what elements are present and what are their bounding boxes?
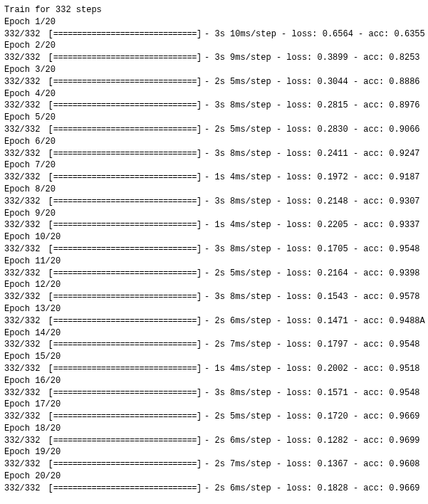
progress-bar: ============================== bbox=[53, 363, 197, 375]
epoch-progress-line: 332/332 [==============================]… bbox=[4, 339, 424, 351]
training-output: Train for 332 stepsEpoch 1/20332/332 [==… bbox=[4, 4, 424, 495]
progress-bracket-open: [ bbox=[43, 125, 53, 135]
epoch-progress-line: 332/332 [==============================]… bbox=[4, 52, 424, 64]
step-count: 332/332 bbox=[4, 100, 40, 112]
epoch-metrics: - 2s 6ms/step - loss: 0.1471 - acc: 0.94… bbox=[204, 315, 425, 327]
step-count: 332/332 bbox=[4, 315, 40, 327]
step-count: 332/332 bbox=[4, 28, 40, 41]
epoch-label: Epoch 11/20 bbox=[4, 256, 424, 268]
progress-bracket-open: [ bbox=[43, 411, 53, 421]
epoch-metrics: - 3s 8ms/step - loss: 0.1705 - acc: 0.95… bbox=[204, 243, 419, 256]
progress-bracket-close: ] bbox=[197, 53, 202, 63]
epoch-metrics: - 3s 10ms/step - loss: 0.6564 - acc: 0.6… bbox=[204, 28, 425, 41]
progress-bar: ============================== bbox=[53, 196, 197, 208]
epoch-label: Epoch 9/20 bbox=[4, 208, 424, 220]
progress-bracket-open: [ bbox=[43, 53, 53, 63]
progress-bracket-open: [ bbox=[43, 436, 53, 446]
epoch-label: Epoch 8/20 bbox=[4, 184, 424, 196]
step-count: 332/332 bbox=[4, 291, 40, 303]
progress-bracket-open: [ bbox=[43, 340, 53, 350]
progress-bracket-close: ] bbox=[197, 459, 202, 469]
progress-bar: ============================== bbox=[53, 219, 197, 231]
progress-bracket-close: ] bbox=[197, 29, 202, 39]
epoch-label: Epoch 15/20 bbox=[4, 351, 424, 363]
progress-bracket-open: [ bbox=[43, 388, 53, 398]
epoch-metrics: - 3s 8ms/step - loss: 0.1543 - acc: 0.95… bbox=[204, 291, 419, 303]
step-count: 332/332 bbox=[4, 124, 40, 136]
epoch-progress-line: 332/332 [==============================]… bbox=[4, 76, 424, 88]
epoch-progress-line: 332/332 [==============================]… bbox=[4, 243, 424, 256]
progress-bracket-close: ] bbox=[197, 340, 202, 350]
progress-bracket-close: ] bbox=[197, 316, 202, 326]
progress-bracket-open: [ bbox=[43, 100, 53, 110]
progress-bracket-open: [ bbox=[43, 172, 53, 182]
step-count: 332/332 bbox=[4, 363, 40, 375]
progress-bracket-close: ] bbox=[197, 292, 202, 302]
epoch-label: Epoch 19/20 bbox=[4, 446, 424, 458]
epoch-metrics: - 3s 9ms/step - loss: 0.3899 - acc: 0.82… bbox=[204, 52, 419, 64]
progress-bracket-close: ] bbox=[197, 125, 202, 135]
step-count: 332/332 bbox=[4, 483, 40, 495]
progress-bar: ============================== bbox=[53, 148, 197, 160]
epoch-label: Epoch 4/20 bbox=[4, 88, 424, 100]
step-count: 332/332 bbox=[4, 196, 40, 208]
epoch-metrics: - 2s 5ms/step - loss: 0.3044 - acc: 0.88… bbox=[204, 76, 419, 88]
progress-bracket-close: ] bbox=[197, 411, 202, 421]
epoch-progress-line: 332/332 [==============================]… bbox=[4, 435, 424, 447]
progress-bracket-open: [ bbox=[43, 244, 53, 254]
progress-bar: ============================== bbox=[53, 411, 197, 423]
epoch-label: Epoch 17/20 bbox=[4, 399, 424, 411]
epoch-metrics: - 2s 6ms/step - loss: 0.1282 - acc: 0.96… bbox=[204, 435, 419, 447]
epoch-progress-line: 332/332 [==============================]… bbox=[4, 483, 424, 495]
progress-bar: ============================== bbox=[53, 76, 197, 88]
epoch-metrics: - 2s 5ms/step - loss: 0.2164 - acc: 0.93… bbox=[204, 268, 419, 280]
progress-bracket-close: ] bbox=[197, 172, 202, 182]
epoch-metrics: - 1s 4ms/step - loss: 0.2205 - acc: 0.93… bbox=[204, 219, 419, 231]
progress-bracket-close: ] bbox=[197, 388, 202, 398]
progress-bracket-open: [ bbox=[43, 483, 53, 493]
epoch-metrics: - 1s 4ms/step - loss: 0.1972 - acc: 0.91… bbox=[204, 172, 419, 184]
progress-bar: ============================== bbox=[53, 52, 197, 64]
epoch-metrics: - 3s 8ms/step - loss: 0.1571 - acc: 0.95… bbox=[204, 387, 419, 399]
progress-bracket-open: [ bbox=[43, 77, 53, 87]
progress-bar: ============================== bbox=[53, 28, 197, 41]
epoch-metrics: - 2s 7ms/step - loss: 0.1797 - acc: 0.95… bbox=[204, 339, 419, 351]
epoch-label: Epoch 20/20 bbox=[4, 471, 424, 483]
epoch-metrics: - 2s 5ms/step - loss: 0.2830 - acc: 0.90… bbox=[204, 124, 419, 136]
epoch-progress-line: 332/332 [==============================]… bbox=[4, 196, 424, 208]
epoch-label: Epoch 12/20 bbox=[4, 279, 424, 291]
epoch-progress-line: 332/332 [==============================]… bbox=[4, 124, 424, 136]
epoch-progress-line: 332/332 [==============================]… bbox=[4, 219, 424, 231]
progress-bracket-open: [ bbox=[43, 149, 53, 159]
progress-bar: ============================== bbox=[53, 243, 197, 256]
epoch-label: Epoch 1/20 bbox=[4, 16, 424, 28]
epoch-label: Epoch 3/20 bbox=[4, 64, 424, 76]
progress-bracket-open: [ bbox=[43, 364, 53, 374]
progress-bracket-open: [ bbox=[43, 29, 53, 39]
epoch-metrics: - 3s 8ms/step - loss: 0.2411 - acc: 0.92… bbox=[204, 148, 419, 160]
epoch-label: Epoch 7/20 bbox=[4, 159, 424, 172]
epoch-metrics: - 3s 8ms/step - loss: 0.2148 - acc: 0.93… bbox=[204, 196, 419, 208]
progress-bar: ============================== bbox=[53, 172, 197, 184]
epoch-progress-line: 332/332 [==============================]… bbox=[4, 28, 424, 41]
progress-bracket-close: ] bbox=[197, 149, 202, 159]
progress-bracket-close: ] bbox=[197, 77, 202, 87]
step-count: 332/332 bbox=[4, 411, 40, 423]
progress-bracket-close: ] bbox=[197, 196, 202, 206]
train-header: Train for 332 steps bbox=[4, 4, 424, 16]
step-count: 332/332 bbox=[4, 76, 40, 88]
epoch-progress-line: 332/332 [==============================]… bbox=[4, 315, 424, 327]
progress-bracket-close: ] bbox=[197, 364, 202, 374]
step-count: 332/332 bbox=[4, 148, 40, 160]
epoch-metrics: - 2s 5ms/step - loss: 0.1720 - acc: 0.96… bbox=[204, 411, 419, 423]
progress-bar: ============================== bbox=[53, 483, 197, 495]
epoch-progress-line: 332/332 [==============================]… bbox=[4, 411, 424, 423]
step-count: 332/332 bbox=[4, 172, 40, 184]
progress-bracket-close: ] bbox=[197, 220, 202, 230]
epoch-label: Epoch 10/20 bbox=[4, 231, 424, 243]
epoch-progress-line: 332/332 [==============================]… bbox=[4, 268, 424, 280]
epoch-progress-line: 332/332 [==============================]… bbox=[4, 387, 424, 399]
progress-bar: ============================== bbox=[53, 268, 197, 280]
epoch-progress-line: 332/332 [==============================]… bbox=[4, 148, 424, 160]
progress-bar: ============================== bbox=[53, 435, 197, 447]
